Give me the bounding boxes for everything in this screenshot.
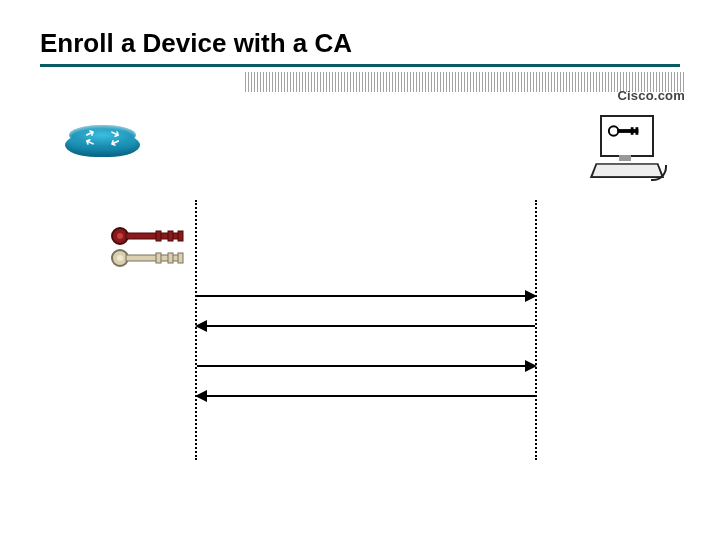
key-ca-icon xyxy=(606,123,644,139)
svg-rect-3 xyxy=(635,127,638,135)
generated-keypair xyxy=(108,225,198,275)
title-underline xyxy=(40,64,680,67)
key-public-icon xyxy=(108,247,198,269)
lifeline-ca xyxy=(535,200,537,460)
svg-rect-14 xyxy=(168,253,173,263)
message-arrow-3 xyxy=(197,365,535,367)
svg-rect-13 xyxy=(156,253,161,263)
brand-text: Cisco.com xyxy=(617,88,685,103)
svg-rect-15 xyxy=(178,253,183,263)
key-private-icon xyxy=(108,225,198,247)
router-icon: ➜ ➜ ➜ ➜ xyxy=(65,125,140,165)
message-arrow-4 xyxy=(197,395,535,397)
svg-point-0 xyxy=(609,126,619,136)
brand-logo: Cisco.com xyxy=(617,88,685,103)
message-arrow-2 xyxy=(197,325,535,327)
svg-rect-8 xyxy=(168,231,173,241)
svg-rect-9 xyxy=(178,231,183,241)
slide: Enroll a Device with a CA Cisco.com ➜ ➜ … xyxy=(0,0,720,540)
message-arrow-1 xyxy=(197,295,535,297)
svg-rect-2 xyxy=(631,127,634,135)
svg-point-5 xyxy=(117,233,123,239)
svg-point-11 xyxy=(117,255,123,261)
ca-server-icon xyxy=(585,115,665,180)
svg-rect-7 xyxy=(156,231,161,241)
page-title: Enroll a Device with a CA xyxy=(40,28,352,59)
svg-rect-1 xyxy=(617,129,638,133)
